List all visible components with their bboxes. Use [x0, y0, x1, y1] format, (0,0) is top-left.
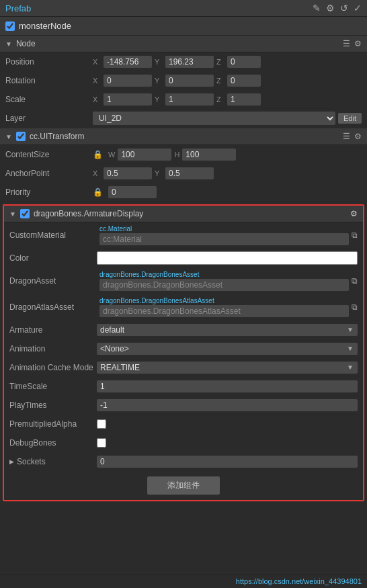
dragonasset-type: dragonBones.DragonBonesAsset — [99, 271, 349, 278]
uitransform-section-header[interactable]: ▼ cc.UITransform ☰ ⚙ — [0, 128, 367, 145]
debugbones-row: DebugBones — [4, 433, 363, 452]
layer-select[interactable]: UI_2D — [93, 112, 335, 125]
position-y-label: Y — [155, 58, 163, 66]
layer-edit-button[interactable]: Edit — [338, 113, 362, 124]
node-checkbox[interactable] — [5, 22, 15, 31]
edit-icon[interactable]: ✎ — [313, 3, 321, 13]
sockets-input[interactable] — [97, 456, 358, 468]
custommaterial-pick-icon[interactable]: ⧉ — [352, 230, 358, 240]
priority-input[interactable] — [108, 186, 157, 198]
rotation-z-input[interactable] — [227, 75, 261, 87]
blog-url: https://blog.csdn.net/weixin_44394801 — [236, 577, 362, 585]
anchorpoint-y-input[interactable] — [165, 167, 214, 179]
dragonatlasasset-type: dragonBones.DragonBonesAtlasAsset — [99, 297, 349, 304]
confirm-icon[interactable]: ✓ — [354, 3, 362, 13]
timescale-input[interactable] — [97, 380, 358, 392]
position-x-input[interactable] — [104, 56, 152, 68]
debugbones-checkbox[interactable] — [97, 438, 106, 448]
scale-z-input[interactable] — [227, 93, 261, 106]
dragonatlasasset-label: DragonAtlasAsset — [9, 302, 97, 312]
dragonbones-title: dragonBones.ArmatureDisplay — [34, 209, 346, 218]
node-menu-icon[interactable]: ☰ — [343, 39, 350, 48]
contentsize-w-input[interactable] — [118, 149, 171, 161]
rotation-x-label: X — [93, 77, 101, 85]
node-arrow: ▼ — [5, 40, 12, 48]
priority-row: Priority 🔒 — [0, 183, 367, 202]
contentsize-row: ContentSize 🔒 W H — [0, 145, 367, 164]
dragonatlasasset-pick-icon[interactable]: ⧉ — [352, 302, 358, 312]
rotation-fields: X Y Z — [93, 75, 362, 87]
position-z-label: Z — [216, 58, 225, 66]
armature-select[interactable]: default — [97, 324, 358, 336]
dragonasset-input[interactable] — [99, 279, 349, 291]
sockets-row: ▶ Sockets — [4, 452, 363, 471]
animationcachemode-row: Animation Cache Mode REALTIME ▼ — [4, 358, 363, 377]
rotation-label: Rotation — [5, 76, 93, 85]
node-name: monsterNode — [19, 21, 71, 31]
dragonbones-header[interactable]: ▼ dragonBones.ArmatureDisplay ⚙ — [4, 206, 363, 222]
node-name-row: monsterNode — [0, 17, 367, 36]
rotation-y-input[interactable] — [165, 75, 214, 87]
animationcachemode-select[interactable]: REALTIME — [97, 362, 358, 374]
gear-icon[interactable]: ⚙ — [326, 3, 335, 13]
playtimes-row: PlayTimes — [4, 396, 363, 415]
position-y-input[interactable] — [165, 56, 214, 68]
add-component-button[interactable]: 添加组件 — [147, 476, 220, 495]
armature-label: Armature — [9, 325, 97, 335]
contentsize-label: ContentSize — [5, 150, 93, 159]
custommaterial-type: cc.Material — [99, 225, 349, 233]
timescale-row: TimeScale — [4, 377, 363, 396]
dragonasset-row: DragonAsset dragonBones.DragonBonesAsset… — [4, 268, 363, 294]
sockets-label: Sockets — [17, 457, 46, 466]
dragonatlasasset-row: DragonAtlasAsset dragonBones.DragonBones… — [4, 294, 363, 321]
uitransform-gear-icon[interactable]: ⚙ — [354, 132, 362, 141]
anchorpoint-label: AnchorPoint — [5, 169, 93, 178]
rotation-y-label: Y — [155, 77, 163, 85]
node-section-header[interactable]: ▼ Node ☰ ⚙ — [0, 36, 367, 52]
premultipliedalpha-label: PremultipliedAlpha — [9, 419, 97, 429]
custommaterial-input[interactable] — [99, 233, 349, 245]
uitransform-arrow: ▼ — [5, 133, 12, 140]
contentsize-h-label: H — [174, 151, 179, 159]
contentsize-h-input[interactable] — [182, 149, 236, 161]
animation-wrapper: <None> ▼ — [97, 343, 358, 355]
top-bar: Prefab ✎ ⚙ ↺ ✓ — [0, 0, 367, 17]
playtimes-input[interactable] — [97, 399, 358, 411]
anchorpoint-x-input[interactable] — [104, 167, 152, 179]
color-input[interactable] — [97, 251, 358, 265]
layer-label: Layer — [5, 114, 93, 123]
contentsize-w-label: W — [108, 151, 115, 159]
color-row: Color — [4, 249, 363, 268]
dragonatlasasset-input[interactable] — [99, 305, 349, 317]
node-gear-icon[interactable]: ⚙ — [354, 39, 362, 48]
scale-x-label: X — [93, 95, 101, 103]
custommaterial-field: cc.Material — [99, 225, 349, 245]
top-bar-icons: ✎ ⚙ ↺ ✓ — [313, 3, 362, 13]
uitransform-menu-icon[interactable]: ☰ — [343, 132, 350, 141]
dragonbones-gear-icon[interactable]: ⚙ — [350, 209, 358, 218]
dragonbones-checkbox[interactable] — [20, 209, 30, 218]
scale-y-label: Y — [155, 95, 163, 103]
scale-row: Scale X Y Z — [0, 90, 367, 109]
uitransform-checkbox[interactable] — [16, 132, 26, 141]
node-section-icons: ☰ ⚙ — [343, 39, 362, 48]
animation-select[interactable]: <None> — [97, 343, 358, 355]
custommaterial-label: CustomMaterial — [9, 230, 97, 240]
scale-z-label: Z — [216, 95, 225, 103]
lock-icon[interactable]: 🔒 — [93, 150, 103, 159]
scale-x-input[interactable] — [104, 93, 152, 106]
armature-row: Armature default ▼ — [4, 321, 363, 339]
playtimes-label: PlayTimes — [9, 401, 97, 410]
dragonasset-pick-icon[interactable]: ⧉ — [352, 276, 358, 286]
refresh-icon[interactable]: ↺ — [340, 3, 348, 13]
scale-y-input[interactable] — [165, 93, 214, 106]
rotation-row: Rotation X Y Z — [0, 71, 367, 90]
priority-lock-icon[interactable]: 🔒 — [93, 187, 103, 197]
position-z-input[interactable] — [227, 56, 261, 68]
prefab-title: Prefab — [5, 3, 31, 13]
rotation-x-input[interactable] — [104, 75, 152, 87]
rotation-z-label: Z — [216, 77, 225, 85]
anchorpoint-fields: X Y — [93, 167, 362, 179]
uitransform-icons: ☰ ⚙ — [343, 132, 362, 141]
premultipliedalpha-checkbox[interactable] — [97, 419, 106, 429]
